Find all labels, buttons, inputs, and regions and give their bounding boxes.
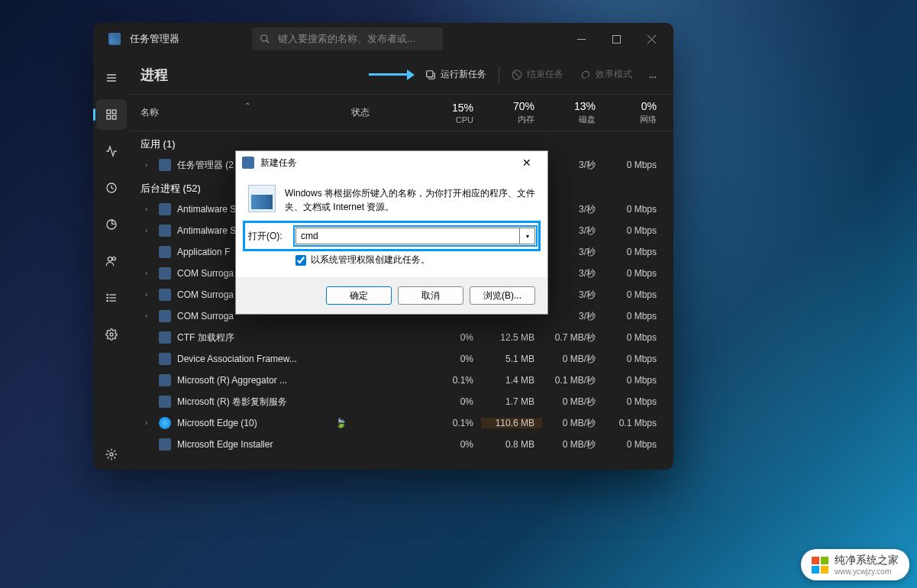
metric-cell: 3/秒 — [542, 267, 603, 280]
admin-checkbox[interactable] — [295, 255, 306, 266]
svg-rect-25 — [427, 70, 433, 76]
search-box[interactable]: 键入要搜索的名称、发布者或... — [252, 27, 443, 50]
nav-details[interactable] — [96, 283, 127, 313]
col-name[interactable]: 名称⌃ — [130, 106, 351, 119]
expand-icon[interactable]: › — [145, 312, 153, 320]
metric-cell: 0.8 MB — [481, 439, 542, 450]
process-row[interactable]: Device Association Framew...0%5.1 MB0 MB… — [130, 348, 673, 370]
minimize-button[interactable] — [563, 23, 599, 55]
process-name: Microsoft (R) 卷影复制服务 — [177, 396, 287, 409]
svg-point-15 — [108, 257, 111, 261]
leaf-icon — [580, 69, 591, 80]
efficiency-mode-button[interactable]: 效率模式 — [574, 64, 638, 85]
process-row[interactable]: Microsoft (R) Aggregator ...0.1%1.4 MB0.… — [130, 370, 673, 391]
nav-services[interactable] — [96, 319, 127, 350]
cancel-button[interactable]: 取消 — [398, 286, 463, 305]
metric-cell: 0 MB/秒 — [542, 396, 603, 409]
nav-settings[interactable] — [96, 439, 127, 470]
svg-point-22 — [107, 300, 108, 301]
metric-cell: 0 Mbps — [603, 204, 664, 215]
metric-cell: 1.4 MB — [481, 375, 542, 386]
open-label: 打开(O): — [248, 230, 289, 243]
stop-icon — [512, 69, 522, 80]
app-icon — [108, 33, 121, 45]
metric-cell: 0 MB/秒 — [542, 353, 603, 366]
metric-cell: 3/秒 — [542, 310, 603, 323]
search-icon — [260, 34, 270, 44]
metric-cell: 0% — [420, 396, 481, 407]
process-icon — [159, 417, 171, 429]
open-dropdown-button[interactable]: ▾ — [520, 228, 535, 244]
svg-point-16 — [112, 257, 115, 260]
svg-rect-9 — [107, 110, 111, 114]
process-row[interactable]: CTF 加载程序0%12.5 MB0.7 MB/秒0 Mbps — [130, 327, 673, 348]
open-input[interactable] — [295, 228, 520, 244]
process-row[interactable]: Microsoft (R) 卷影复制服务0%1.7 MB0 MB/秒0 Mbps — [130, 391, 673, 412]
metric-cell: 0 Mbps — [603, 375, 664, 386]
svg-point-21 — [107, 297, 108, 298]
metric-cell: 0.7 MB/秒 — [542, 331, 603, 344]
more-button[interactable]: ... — [643, 66, 663, 84]
run-new-task-button[interactable]: 运行新任务 — [419, 64, 492, 85]
close-button[interactable] — [634, 23, 669, 55]
metric-cell: 0% — [420, 439, 481, 450]
ok-button[interactable]: 确定 — [326, 286, 392, 305]
col-network[interactable]: 0%网络 — [603, 100, 664, 125]
process-name: Device Association Framew... — [177, 354, 297, 364]
metric-cell: 0 Mbps — [603, 396, 664, 407]
process-row[interactable]: ›Microsoft Edge (10)🍃0.1%110.6 MB0 MB/秒0… — [130, 412, 673, 434]
dialog-icon — [242, 157, 254, 169]
process-icon — [159, 396, 171, 408]
metric-cell: 5.1 MB — [481, 354, 542, 364]
browse-button[interactable]: 浏览(B)... — [470, 286, 535, 305]
dialog-info-icon — [248, 185, 276, 212]
process-icon — [159, 438, 171, 451]
nav-users[interactable] — [96, 246, 127, 276]
metric-cell: 0 Mbps — [603, 311, 664, 321]
metric-cell: 0 Mbps — [603, 439, 664, 450]
watermark-logo — [812, 557, 828, 573]
nav-performance[interactable] — [96, 136, 127, 166]
dialog-close-button[interactable]: ✕ — [511, 152, 543, 173]
expand-icon[interactable]: › — [145, 270, 153, 277]
col-cpu[interactable]: 15%CPU — [420, 102, 481, 124]
nav-startup[interactable] — [96, 209, 127, 240]
nav-menu-button[interactable] — [96, 63, 127, 93]
process-row[interactable]: Microsoft Edge Installer0%0.8 MB0 MB/秒0 … — [130, 434, 673, 455]
process-name: COM Surroga — [177, 268, 234, 279]
col-disk[interactable]: 13%磁盘 — [542, 100, 603, 125]
metric-cell: 0.1 MB/秒 — [542, 374, 603, 387]
svg-point-20 — [107, 294, 108, 295]
process-icon — [159, 159, 171, 171]
nav-processes[interactable] — [96, 99, 127, 130]
metric-cell: 3/秒 — [542, 159, 603, 172]
expand-icon[interactable]: › — [145, 291, 153, 299]
expand-icon[interactable]: › — [145, 227, 153, 234]
page-title: 进程 — [140, 66, 168, 84]
metric-cell: 12.5 MB — [481, 332, 542, 343]
expand-icon[interactable]: › — [145, 161, 153, 169]
efficiency-leaf-icon: 🍃 — [335, 418, 347, 428]
metric-cell: 3/秒 — [542, 203, 603, 216]
metric-cell: 110.6 MB — [481, 418, 542, 428]
process-icon — [159, 289, 171, 301]
expand-icon[interactable]: › — [145, 419, 153, 427]
titlebar: 任务管理器 键入要搜索的名称、发布者或... — [93, 23, 673, 55]
col-memory[interactable]: 70%内存 — [481, 100, 542, 125]
expand-icon[interactable]: › — [145, 205, 153, 213]
sort-icon: ⌃ — [244, 102, 250, 110]
process-icon — [159, 203, 171, 215]
col-status[interactable]: 状态 — [351, 106, 420, 119]
table-header: 名称⌃ 状态 15%CPU 70%内存 13%磁盘 0%网络 — [130, 95, 673, 131]
process-icon — [159, 331, 171, 344]
process-name: CTF 加载程序 — [177, 331, 234, 344]
process-name: Antimalware S — [177, 225, 236, 236]
metric-cell: 0 Mbps — [603, 225, 664, 236]
nav-history[interactable] — [96, 173, 127, 203]
end-task-button[interactable]: 结束任务 — [505, 64, 570, 85]
open-field-highlight: 打开(O): ▾ — [248, 226, 535, 246]
annotation-arrow — [369, 67, 415, 82]
watermark-name: 纯净系统之家 — [835, 554, 899, 566]
maximize-button[interactable] — [599, 23, 634, 55]
metric-cell: 0% — [420, 332, 481, 343]
